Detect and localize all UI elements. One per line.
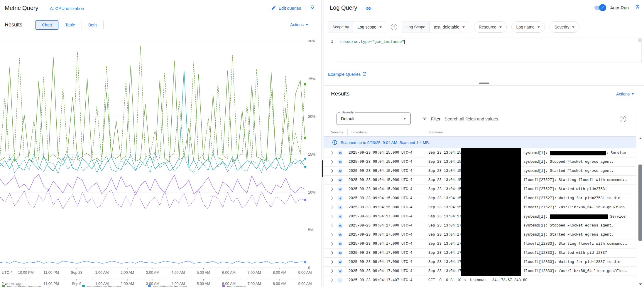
log-summary: Sep 23 13:04:15 flooefi[27527]: Started … [428, 187, 627, 193]
log-message: systemd[1]: Stopped FlooNet egress agent… [523, 160, 614, 164]
log-results-title: Results [331, 90, 349, 97]
line-number: 1 [324, 39, 333, 44]
log-query-pane: Log Query Auto-Run Scope by Log scope ? … [324, 0, 644, 287]
example-queries-link[interactable]: Example Queries [328, 72, 367, 77]
expand-chevron-icon[interactable] [330, 233, 333, 236]
search-input[interactable] [444, 116, 609, 122]
metric-query-title: Metric Query [5, 5, 38, 11]
drag-handle[interactable] [479, 83, 489, 84]
filter-label: Filter [431, 116, 440, 121]
severity-default-icon [337, 268, 343, 274]
expand-chevron-icon[interactable] [330, 251, 333, 254]
expand-chevron-icon[interactable] [330, 224, 333, 227]
scroll-down-arrow-icon[interactable] [639, 283, 642, 285]
example-queries-label: Example Queries [328, 72, 361, 77]
view-mode-tabs: Chart Table Both [35, 20, 104, 30]
log-summary: Sep 23 13:04:15 systemd[1]: Stopped Floo… [428, 160, 627, 166]
expand-chevron-icon[interactable] [330, 197, 333, 200]
svg-text:2:00 AM: 2:00 AM [121, 271, 134, 275]
scope-help-icon[interactable]: ? [391, 24, 397, 30]
log-timestamp: 2025-09-23 09:04:17.000 UTC-4 [349, 269, 413, 273]
expand-chevron-icon[interactable] [330, 278, 333, 282]
scrollbar-thumb[interactable] [638, 165, 642, 241]
editor-scrollbar[interactable] [638, 38, 641, 42]
results-scrollbar[interactable] [636, 106, 644, 287]
severity-default-icon [337, 196, 343, 201]
filter-help-icon[interactable]: ? [620, 116, 626, 122]
log-summary: GET 0 0 B 10 s Unknown 34.173.67.243:80 [428, 278, 627, 284]
syslog-time: Sep 23 13:04:17 [428, 233, 462, 237]
expand-chevron-icon[interactable] [330, 178, 333, 182]
scan-info-text: Scanned up to 9/23/25, 9:04 AM. Scanned … [341, 140, 430, 145]
pane-splitter[interactable] [321, 0, 324, 287]
expand-chevron-icon[interactable] [330, 269, 333, 273]
expand-chevron-icon[interactable] [330, 151, 333, 154]
syslog-time: Sep 23 13:04:17 [428, 260, 462, 264]
log-name-filter-dropdown[interactable]: Log name [511, 21, 545, 33]
expand-chevron-icon[interactable] [330, 187, 333, 191]
svg-text:20%: 20% [308, 115, 315, 119]
log-summary: Sep 23 13:04:17 flooefi[12833]: Waiting … [428, 260, 627, 266]
metric-query-pane: Metric Query A: CPU utilization Edit que… [0, 0, 321, 287]
log-message: flooefi[12833]: Starting flooefi with co… [523, 242, 627, 246]
log-message: flooefi[27527]: Started with pid=27531 [523, 187, 607, 191]
metric-actions-dropdown[interactable]: Actions [290, 22, 308, 27]
log-scope-dropdown[interactable]: Log scope [353, 21, 386, 33]
expand-chevron-icon[interactable] [330, 160, 333, 163]
edit-queries-button[interactable]: Edit queries [271, 5, 301, 11]
expand-chevron-icon[interactable] [330, 260, 333, 263]
collapse-pane-icon[interactable] [310, 5, 315, 12]
expand-chevron-icon[interactable] [330, 242, 333, 245]
log-actions-dropdown[interactable]: Actions [616, 92, 634, 96]
log-summary: Sep 23 13:04:17 flooefi[12833]: /usr/lib… [428, 269, 627, 275]
left-pane-scrollbar-thumb[interactable] [322, 160, 323, 177]
log-message: GET 0 0 B 10 s Unknown 34.173.67.243:80 [428, 278, 528, 282]
tab-chart[interactable]: Chart [36, 20, 59, 30]
chevron-down-icon [462, 26, 465, 28]
scroll-up-arrow-icon[interactable] [639, 137, 642, 139]
log-timestamp: 2025-09-23 09:04:17.000 UTC-4 [349, 224, 413, 228]
expand-chevron-icon[interactable] [330, 206, 333, 209]
tab-both[interactable]: Both [82, 20, 103, 30]
log-message: systemd[1]: Started FlooNet egress agent… [523, 169, 614, 173]
metric-query-chip[interactable]: A: CPU utilization [50, 6, 84, 11]
tab-table[interactable]: Table [59, 20, 82, 30]
severity-filter-dropdown[interactable]: Severity [550, 21, 580, 33]
expand-chevron-icon[interactable] [330, 169, 333, 172]
svg-text:test-deletable-instance: test-deletable-instance [153, 285, 187, 287]
auto-run-toggle[interactable] [594, 6, 605, 10]
log-timestamp: 2025-09-23 09:04:17.000 UTC-4 [349, 242, 413, 246]
svg-text:0: 0 [308, 266, 310, 270]
syslog-time: Sep 23 13:04:15 [428, 205, 462, 209]
severity-select[interactable]: Severity Default [337, 113, 411, 125]
cpu-utilization-chart[interactable]: 30%25%20%15%10%5%0UTC-410:00 PM11:00 PMS… [0, 32, 321, 287]
query-code-line[interactable]: resource.type="gce_instance" [337, 38, 641, 46]
severity-default-icon [337, 241, 343, 246]
resource-filter-dropdown[interactable]: Resource [474, 21, 507, 33]
svg-text:15%: 15% [308, 152, 315, 157]
log-message: systemd[1]: Service h… [523, 214, 627, 219]
log-timestamp: 2025-09-23 09:04:17.000 UTC-4 [349, 214, 413, 219]
svg-text:5:00 AM: 5:00 AM [197, 282, 210, 286]
metric-actions-label: Actions [290, 22, 304, 27]
log-summary: Sep 23 13:04:17 flooefi[12833]: Started … [428, 251, 627, 257]
svg-text:UTC-4: UTC-4 [2, 271, 13, 275]
query-editor[interactable]: 1 resource.type="gce_instance" [324, 36, 644, 65]
expand-chevron-icon[interactable] [330, 215, 333, 218]
collapse-up-icon[interactable] [635, 4, 640, 11]
query-field-token: resource.type [340, 40, 370, 44]
log-scope-select[interactable]: test_deletable [430, 21, 469, 33]
log-timestamp: 2025-09-23 09:04:17.407 UTC-4 [349, 278, 413, 282]
info-icon [332, 140, 337, 145]
scan-info-banner: Scanned up to 9/23/25, 9:04 AM. Scanned … [324, 137, 636, 148]
svg-text:3:00 AM: 3:00 AM [146, 271, 160, 275]
log-message: systemd[1]: Started FlooNet egress agent… [523, 233, 614, 237]
svg-text:10:00 PM: 10:00 PM [18, 271, 34, 275]
severity-default-icon [337, 223, 343, 228]
log-summary: Sep 23 13:04:15 flooefi[27527]: Waiting … [428, 196, 627, 202]
scope-by-group: Scope by Log scope [328, 21, 386, 33]
chevron-down-icon [537, 26, 540, 28]
log-message: flooefi[27527]: /usr/lib/x86_64-linux-gn… [523, 205, 627, 209]
log-row[interactable]: i 2025-09-23 09:04:17.407 UTC-4 GET 0 0 … [324, 276, 636, 285]
copy-link-icon[interactable] [366, 6, 371, 13]
